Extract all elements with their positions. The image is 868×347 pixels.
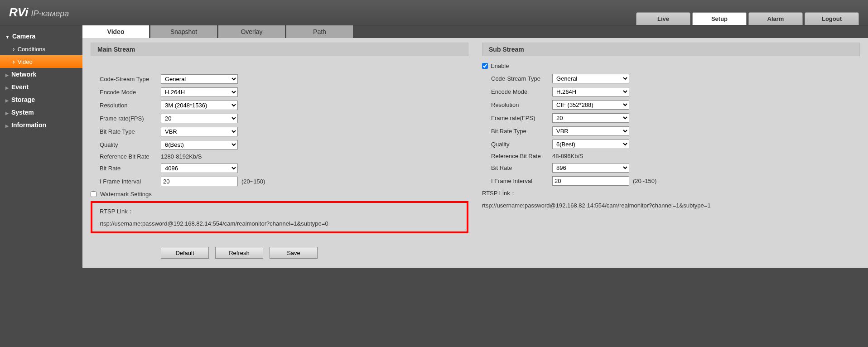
logo: RVi IP-камера: [9, 5, 69, 19]
sidebar-label-video: Video: [18, 58, 33, 65]
top-tabs: Live Setup Alarm Logout: [636, 0, 859, 25]
sidebar-label-camera: Camera: [12, 33, 35, 40]
rtsp-value-main: rtsp://username:password@192.168.82.14:5…: [100, 220, 459, 227]
label-bit-rate-sub: Bit Rate: [491, 164, 552, 171]
label-watermark: Watermark Settings: [100, 191, 152, 198]
select-resolution-sub[interactable]: CIF (352*288): [552, 100, 629, 110]
label-resolution-sub: Resolution: [491, 101, 552, 108]
sidebar-item-camera[interactable]: Camera: [0, 30, 82, 43]
checkbox-watermark[interactable]: [91, 191, 96, 197]
tab-logout[interactable]: Logout: [805, 12, 859, 25]
select-resolution-main[interactable]: 3M (2048*1536): [161, 101, 238, 110]
label-quality-sub: Quality: [491, 141, 552, 148]
label-bit-rate-type-sub: Bit Rate Type: [491, 128, 552, 135]
logo-text: IP-камера: [31, 9, 69, 19]
chevron-right-icon: [5, 121, 9, 129]
rtsp-title-main: RTSP Link：: [100, 207, 459, 216]
sidebar-item-video[interactable]: Video: [0, 55, 82, 68]
tab-setup[interactable]: Setup: [692, 12, 747, 25]
label-resolution: Resolution: [100, 102, 161, 109]
label-ref-bit-rate-sub: Reference Bit Rate: [491, 153, 552, 159]
header: RVi IP-камера Live Setup Alarm Logout: [0, 0, 868, 25]
chevron-right-icon: [5, 109, 9, 116]
default-button[interactable]: Default: [161, 247, 209, 259]
select-encode-mode-sub[interactable]: H.264H: [552, 87, 629, 96]
label-quality: Quality: [100, 141, 161, 148]
main-stream-panel: Main Stream Code-Stream Type General Enc…: [91, 43, 468, 259]
label-fps-sub: Frame rate(FPS): [491, 115, 552, 121]
sidebar-item-conditions[interactable]: Conditions: [0, 43, 82, 55]
label-bit-rate-type: Bit Rate Type: [100, 128, 161, 135]
chevron-right-icon: [5, 71, 9, 78]
sidebar: Camera Conditions Video Network Event St…: [0, 25, 82, 268]
select-bit-rate-type-sub[interactable]: VBR: [552, 126, 629, 136]
select-bit-rate-sub[interactable]: 896: [552, 163, 629, 173]
hint-iframe-sub: (20~150): [633, 178, 656, 184]
label-code-stream-type-sub: Code-Stream Type: [491, 75, 552, 82]
chevron-right-icon: [13, 45, 15, 53]
sidebar-label-information: Information: [11, 121, 46, 129]
subtab-snapshot[interactable]: Snapshot: [150, 25, 218, 38]
label-code-stream-type: Code-Stream Type: [100, 76, 161, 82]
rtsp-title-sub: RTSP Link：: [482, 189, 860, 198]
chevron-right-icon: [5, 96, 9, 103]
sidebar-label-storage: Storage: [11, 96, 35, 103]
rtsp-link-sub-block: RTSP Link： rtsp://username:password@192.…: [482, 189, 860, 209]
tab-live[interactable]: Live: [636, 12, 690, 25]
select-quality-main[interactable]: 6(Best): [161, 140, 238, 149]
label-bit-rate: Bit Rate: [100, 165, 161, 172]
label-ref-bit-rate: Reference Bit Rate: [100, 153, 161, 160]
select-code-stream-type-sub[interactable]: General: [552, 74, 629, 83]
label-enable-sub: Enable: [491, 63, 509, 69]
select-code-stream-type-main[interactable]: General: [161, 74, 238, 84]
subtab-video[interactable]: Video: [82, 25, 150, 38]
sidebar-item-network[interactable]: Network: [0, 68, 82, 81]
checkbox-enable-sub[interactable]: [482, 63, 488, 69]
sub-stream-panel: Sub Stream Enable Code-Stream Type Gener…: [482, 43, 860, 259]
main-content: Video Snapshot Overlay Path Main Stream …: [82, 25, 868, 268]
tab-alarm[interactable]: Alarm: [748, 12, 803, 25]
select-encode-mode-main[interactable]: H.264H: [161, 87, 238, 97]
subtab-path[interactable]: Path: [286, 25, 354, 38]
logo-brand: RVi: [9, 5, 28, 19]
value-ref-bit-rate-main: 1280-8192Kb/S: [161, 153, 202, 160]
label-iframe-sub: I Frame Interval: [491, 178, 552, 184]
main-stream-title: Main Stream: [91, 43, 468, 56]
select-bit-rate-main[interactable]: 4096: [161, 164, 238, 173]
rtsp-link-main-block: RTSP Link： rtsp://username:password@192.…: [91, 201, 468, 233]
select-bit-rate-type-main[interactable]: VBR: [161, 127, 238, 136]
label-encode-mode-sub: Encode Mode: [491, 88, 552, 95]
sidebar-label-conditions: Conditions: [18, 46, 45, 53]
sidebar-item-information[interactable]: Information: [0, 119, 82, 131]
save-button[interactable]: Save: [270, 247, 318, 259]
sidebar-item-event[interactable]: Event: [0, 81, 82, 93]
select-fps-main[interactable]: 20: [161, 114, 238, 123]
refresh-button[interactable]: Refresh: [215, 247, 263, 259]
sidebar-label-event: Event: [11, 83, 29, 91]
chevron-right-icon: [5, 83, 9, 91]
input-iframe-sub[interactable]: [552, 176, 629, 186]
label-iframe: I Frame Interval: [100, 178, 161, 185]
select-quality-sub[interactable]: 6(Best): [552, 140, 629, 149]
select-fps-sub[interactable]: 20: [552, 113, 629, 123]
sub-tabs: Video Snapshot Overlay Path: [82, 25, 868, 38]
input-iframe-main[interactable]: [161, 177, 238, 186]
chevron-down-icon: [5, 33, 10, 40]
sub-stream-title: Sub Stream: [482, 43, 860, 56]
label-encode-mode: Encode Mode: [100, 89, 161, 96]
value-ref-bit-rate-sub: 48-896Kb/S: [552, 153, 583, 159]
subtab-overlay[interactable]: Overlay: [218, 25, 286, 38]
sidebar-item-system[interactable]: System: [0, 106, 82, 119]
sidebar-item-storage[interactable]: Storage: [0, 93, 82, 106]
label-fps: Frame rate(FPS): [100, 115, 161, 122]
sidebar-label-network: Network: [11, 71, 36, 78]
sidebar-label-system: System: [11, 109, 34, 116]
rtsp-value-sub: rtsp://username:password@192.168.82.14:5…: [482, 202, 860, 209]
hint-iframe-main: (20~150): [241, 178, 265, 185]
chevron-right-icon: [13, 58, 15, 65]
